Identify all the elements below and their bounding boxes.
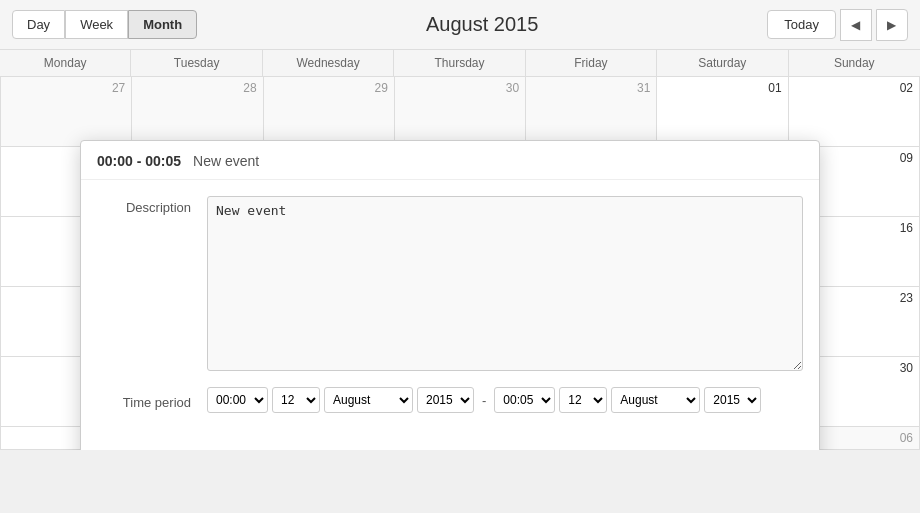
modal-body: Description New event Time period 00:000…: [81, 180, 819, 445]
time-period-controls: 00:0000:0500:1000:15 12AMPM JanuaryFebru…: [207, 387, 761, 413]
time-period-row: Time period 00:0000:0500:1000:15 12AMPM …: [97, 387, 803, 413]
cal-cell[interactable]: 01: [657, 77, 788, 147]
header-wednesday: Wednesday: [263, 50, 394, 76]
header-monday: Monday: [0, 50, 131, 76]
time-dash: -: [478, 393, 490, 408]
modal-header: 00:00 - 00:05 New event: [81, 141, 819, 180]
calendar-container: Monday Tuesday Wednesday Thursday Friday…: [0, 50, 920, 450]
end-time-select[interactable]: 00:0000:0500:1000:15: [494, 387, 555, 413]
header-tuesday: Tuesday: [131, 50, 262, 76]
today-button[interactable]: Today: [767, 10, 836, 39]
month-view-button[interactable]: Month: [128, 10, 197, 39]
description-input[interactable]: New event: [207, 196, 803, 371]
start-time-select[interactable]: 00:0000:0500:1000:15: [207, 387, 268, 413]
cal-cell[interactable]: 29: [264, 77, 395, 147]
cal-cell[interactable]: 30: [395, 77, 526, 147]
day-headers-row: Monday Tuesday Wednesday Thursday Friday…: [0, 50, 920, 77]
header-sunday: Sunday: [789, 50, 920, 76]
end-ampm-select[interactable]: 12AMPM: [559, 387, 607, 413]
description-label: Description: [97, 196, 207, 215]
day-view-button[interactable]: Day: [12, 10, 65, 39]
prev-button[interactable]: ◀: [840, 9, 872, 41]
header-saturday: Saturday: [657, 50, 788, 76]
header-thursday: Thursday: [394, 50, 525, 76]
cal-cell[interactable]: 02: [789, 77, 920, 147]
week-view-button[interactable]: Week: [65, 10, 128, 39]
cal-cell[interactable]: 28: [132, 77, 263, 147]
next-button[interactable]: ▶: [876, 9, 908, 41]
start-year-select[interactable]: 201420152016: [417, 387, 474, 413]
event-modal: 00:00 - 00:05 New event Description New …: [80, 140, 820, 450]
end-month-select[interactable]: JanuaryFebruaryMarchApril MayJuneJulyAug…: [611, 387, 700, 413]
view-button-group: Day Week Month: [12, 10, 197, 39]
start-month-select[interactable]: JanuaryFebruaryMarchApril MayJuneJulyAug…: [324, 387, 413, 413]
description-row: Description New event: [97, 196, 803, 371]
modal-time-range: 00:00 - 00:05: [97, 153, 181, 169]
time-period-label: Time period: [97, 391, 207, 410]
cal-cell[interactable]: 27: [1, 77, 132, 147]
modal-event-name: New event: [193, 153, 259, 169]
header-friday: Friday: [526, 50, 657, 76]
calendar-title: August 2015: [426, 13, 538, 36]
navigation-controls: Today ◀ ▶: [767, 9, 908, 41]
calendar-header: Day Week Month August 2015 Today ◀ ▶: [0, 0, 920, 50]
start-ampm-select[interactable]: 12AMPM: [272, 387, 320, 413]
cal-cell[interactable]: 31: [526, 77, 657, 147]
modal-footer: Save Cancel Delete: [81, 445, 819, 450]
end-year-select[interactable]: 201420152016: [704, 387, 761, 413]
